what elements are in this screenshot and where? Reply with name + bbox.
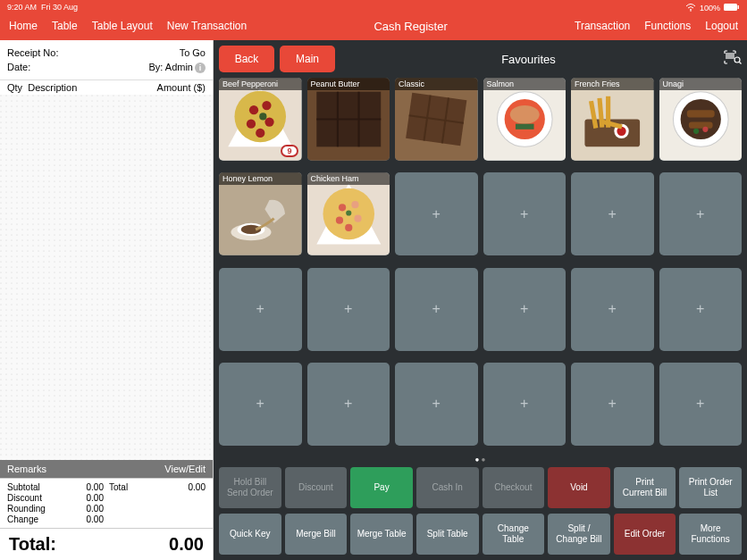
remarks-view-edit[interactable]: View/Edit bbox=[164, 464, 206, 474]
receipt-no-label: Receipt No: bbox=[7, 46, 58, 60]
subtotal-value: 0.00 bbox=[58, 482, 104, 492]
product-panel: Back Main Favourites Beef Pepperoni9Pean… bbox=[214, 40, 747, 560]
tile-label: Beef Pepperoni bbox=[219, 78, 302, 90]
action-change-table[interactable]: ChangeTable bbox=[483, 514, 545, 555]
action-row-2: Quick KeyMerge BillMerge TableSplit Tabl… bbox=[219, 514, 742, 555]
action-merge-bill[interactable]: Merge Bill bbox=[285, 514, 348, 555]
product-tile-salmon[interactable]: Salmon bbox=[483, 78, 567, 161]
page-dots[interactable]: ● ● bbox=[219, 456, 742, 464]
receipt-body[interactable] bbox=[0, 95, 213, 460]
empty-tile[interactable]: + bbox=[659, 363, 743, 446]
change-label: Change bbox=[7, 514, 53, 524]
product-tile-chicken-ham[interactable]: Chicken Ham bbox=[307, 172, 390, 255]
tile-label: Peanut Butter bbox=[307, 78, 390, 90]
plus-icon: + bbox=[696, 206, 704, 222]
main-button[interactable]: Main bbox=[280, 46, 335, 72]
totals-grid: Subtotal0.00 Total0.00 Discount0.00 Roun… bbox=[0, 478, 213, 529]
empty-tile[interactable]: + bbox=[219, 363, 302, 446]
empty-tile[interactable]: + bbox=[659, 268, 743, 351]
product-tile-french-fries[interactable]: French Fries bbox=[571, 78, 654, 161]
svg-rect-46 bbox=[688, 122, 712, 129]
plus-icon: + bbox=[696, 301, 704, 317]
total-mini-value: 0.00 bbox=[160, 482, 206, 492]
info-icon[interactable]: i bbox=[195, 63, 206, 73]
discount-value: 0.00 bbox=[58, 493, 104, 503]
tile-label: French Fries bbox=[571, 78, 654, 90]
svg-point-8 bbox=[734, 57, 740, 63]
rounding-value: 0.00 bbox=[58, 504, 104, 514]
nav-transaction[interactable]: Transaction bbox=[575, 20, 630, 32]
barcode-search-icon[interactable] bbox=[722, 50, 742, 68]
action-split-table[interactable]: Split Table bbox=[416, 514, 479, 555]
empty-tile[interactable]: + bbox=[483, 172, 567, 255]
remarks-bar[interactable]: Remarks View/Edit bbox=[0, 460, 213, 478]
nav-table[interactable]: Table bbox=[52, 20, 78, 32]
remarks-label: Remarks bbox=[7, 464, 46, 474]
status-date: Fri 30 Aug bbox=[41, 3, 78, 12]
product-grid: Beef Pepperoni9Peanut ButterClassicSalmo… bbox=[219, 78, 742, 452]
product-tile-peanut-butter[interactable]: Peanut Butter bbox=[307, 78, 390, 161]
svg-rect-49 bbox=[219, 173, 302, 256]
product-tile-unagi[interactable]: Unagi bbox=[659, 78, 743, 161]
nav-home[interactable]: Home bbox=[9, 20, 38, 32]
product-tile-beef-pepperoni[interactable]: Beef Pepperoni9 bbox=[219, 78, 302, 161]
svg-point-60 bbox=[345, 224, 352, 231]
discount-label: Discount bbox=[7, 493, 53, 503]
action-more-functions[interactable]: MoreFunctions bbox=[679, 514, 742, 555]
svg-point-44 bbox=[680, 99, 720, 139]
tile-label: Classic bbox=[395, 78, 478, 90]
rounding-label: Rounding bbox=[7, 504, 53, 514]
tile-label: Unagi bbox=[659, 78, 743, 90]
empty-tile[interactable]: + bbox=[571, 268, 654, 351]
grand-total: Total: 0.00 bbox=[0, 529, 213, 560]
empty-tile[interactable]: + bbox=[483, 268, 567, 351]
svg-rect-2 bbox=[738, 5, 740, 9]
nav-table-layout[interactable]: Table Layout bbox=[92, 20, 153, 32]
plus-icon: + bbox=[344, 301, 352, 317]
svg-point-18 bbox=[259, 113, 266, 120]
action-pay[interactable]: Pay bbox=[350, 467, 413, 508]
empty-tile[interactable]: + bbox=[659, 172, 743, 255]
svg-point-61 bbox=[346, 211, 351, 216]
empty-tile[interactable]: + bbox=[395, 172, 478, 255]
receipt-panel: Receipt No: To Go Date: By: Admini Qty D… bbox=[0, 40, 214, 560]
action-split-change-bill[interactable]: Split /Change Bill bbox=[548, 514, 610, 555]
product-tile-classic[interactable]: Classic bbox=[395, 78, 478, 161]
empty-tile[interactable]: + bbox=[307, 268, 390, 351]
status-bar: 9:20 AM Fri 30 Aug 100% bbox=[0, 0, 747, 13]
empty-tile[interactable]: + bbox=[395, 363, 478, 446]
back-button[interactable]: Back bbox=[219, 46, 274, 72]
svg-rect-45 bbox=[686, 110, 714, 117]
action-void[interactable]: Void bbox=[548, 467, 610, 508]
action-checkout: Checkout bbox=[483, 467, 545, 508]
status-battery: 100% bbox=[700, 4, 720, 13]
empty-tile[interactable]: + bbox=[483, 363, 567, 446]
nav-new-transaction[interactable]: New Transaction bbox=[167, 20, 247, 32]
empty-tile[interactable]: + bbox=[219, 268, 302, 351]
svg-point-48 bbox=[702, 127, 708, 132]
favourites-title: Favourites bbox=[340, 53, 717, 66]
empty-tile[interactable]: + bbox=[395, 268, 478, 351]
tile-label: Honey Lemon bbox=[219, 172, 302, 185]
battery-icon bbox=[724, 4, 740, 13]
nav-logout[interactable]: Logout bbox=[705, 20, 738, 32]
plus-icon: + bbox=[432, 206, 441, 222]
svg-point-57 bbox=[351, 201, 358, 208]
empty-tile[interactable]: + bbox=[571, 172, 654, 255]
plus-icon: + bbox=[432, 301, 441, 317]
plus-icon: + bbox=[609, 206, 617, 222]
amount-label: Amount ($) bbox=[157, 82, 206, 93]
change-value: 0.00 bbox=[58, 514, 104, 524]
plus-icon: + bbox=[256, 396, 264, 412]
empty-tile[interactable]: + bbox=[571, 363, 654, 446]
nav-functions[interactable]: Functions bbox=[644, 20, 691, 32]
total-mini-label: Total bbox=[109, 482, 155, 492]
empty-tile[interactable]: + bbox=[307, 363, 390, 446]
action-print-order-list[interactable]: Print OrderList bbox=[679, 467, 742, 508]
action-edit-order[interactable]: Edit Order bbox=[614, 514, 676, 555]
product-tile-honey-lemon[interactable]: Honey Lemon bbox=[219, 172, 302, 255]
action-quick-key[interactable]: Quick Key bbox=[219, 514, 281, 555]
svg-point-56 bbox=[338, 204, 345, 211]
action-print-current-bill[interactable]: PrintCurrent Bill bbox=[614, 467, 676, 508]
action-merge-table[interactable]: Merge Table bbox=[350, 514, 413, 555]
